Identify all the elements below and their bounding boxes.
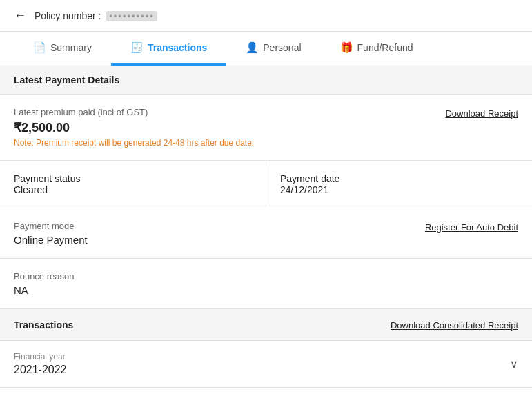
download-consolidated-receipt-button[interactable]: Download Consolidated Receipt: [391, 320, 518, 331]
tab-transactions[interactable]: 🧾 Transactions: [111, 32, 226, 66]
payment-status-label: Payment status: [14, 173, 252, 184]
tab-fund-refund[interactable]: 🎁 Fund/Refund: [321, 32, 433, 66]
back-button[interactable]: ←: [14, 8, 26, 23]
financial-year-row[interactable]: Financial year 2021-2022 ∨: [0, 341, 532, 388]
transactions-title: Transactions: [14, 319, 73, 331]
fund-refund-icon: 🎁: [340, 41, 353, 54]
premium-amount: ₹2,500.00: [14, 120, 254, 135]
personal-tab-label: Personal: [263, 42, 301, 53]
bounce-reason-block: Bounce reason NA: [0, 259, 532, 309]
financial-year-label: Financial year: [14, 352, 67, 362]
tab-bar: 📄 Summary 🧾 Transactions 👤 Personal 🎁 Fu…: [0, 32, 532, 66]
page-header: ← Policy number : ••••••••••: [0, 0, 532, 32]
transactions-tab-label: Transactions: [148, 42, 207, 53]
fund-refund-tab-label: Fund/Refund: [357, 42, 413, 53]
premium-note: Note: Premium receipt will be generated …: [14, 138, 254, 148]
summary-tab-label: Summary: [50, 42, 92, 53]
policy-label: Policy number : ••••••••••: [35, 10, 157, 21]
payment-mode-block: Payment mode Online Payment Register For…: [0, 208, 532, 259]
policy-number: ••••••••••: [106, 11, 157, 21]
latest-payment-title: Latest Payment Details: [14, 75, 119, 86]
tab-summary[interactable]: 📄 Summary: [14, 32, 111, 66]
payment-date-value: 24/12/2021: [280, 184, 518, 195]
transactions-section-header: Transactions Download Consolidated Recei…: [0, 309, 532, 341]
payment-status-value: Cleared: [14, 184, 252, 195]
payment-mode-value: Online Payment: [14, 234, 88, 246]
payment-mode-label: Payment mode: [14, 221, 88, 231]
chevron-down-icon: ∨: [510, 357, 518, 371]
summary-icon: 📄: [33, 41, 46, 54]
register-auto-debit-button[interactable]: Register For Auto Debit: [425, 222, 518, 233]
payment-mode-row: Payment mode Online Payment Register For…: [14, 221, 518, 246]
policy-prefix-text: Policy number :: [35, 10, 101, 21]
transactions-icon: 🧾: [130, 41, 144, 54]
latest-payment-header: Latest Payment Details: [0, 66, 532, 95]
payment-date-col: Payment date 24/12/2021: [266, 161, 532, 208]
bounce-reason-label: Bounce reason: [14, 271, 518, 282]
tab-personal[interactable]: 👤 Personal: [226, 32, 320, 66]
payment-date-label: Payment date: [280, 173, 518, 184]
financial-year-value: 2021-2022: [14, 364, 67, 376]
payment-status-col: Payment status Cleared: [0, 161, 266, 208]
bounce-reason-value: NA: [14, 284, 518, 296]
payment-mode-info: Payment mode Online Payment: [14, 221, 88, 246]
premium-block: Latest premium paid (incl of GST) ₹2,500…: [0, 95, 532, 161]
premium-label: Latest premium paid (incl of GST): [14, 107, 254, 117]
premium-row: Latest premium paid (incl of GST) ₹2,500…: [14, 107, 518, 148]
financial-year-info: Financial year 2021-2022: [14, 352, 67, 376]
premium-info: Latest premium paid (incl of GST) ₹2,500…: [14, 107, 254, 148]
status-date-row: Payment status Cleared Payment date 24/1…: [0, 161, 532, 208]
personal-icon: 👤: [246, 41, 259, 54]
download-receipt-button[interactable]: Download Receipt: [445, 108, 518, 119]
